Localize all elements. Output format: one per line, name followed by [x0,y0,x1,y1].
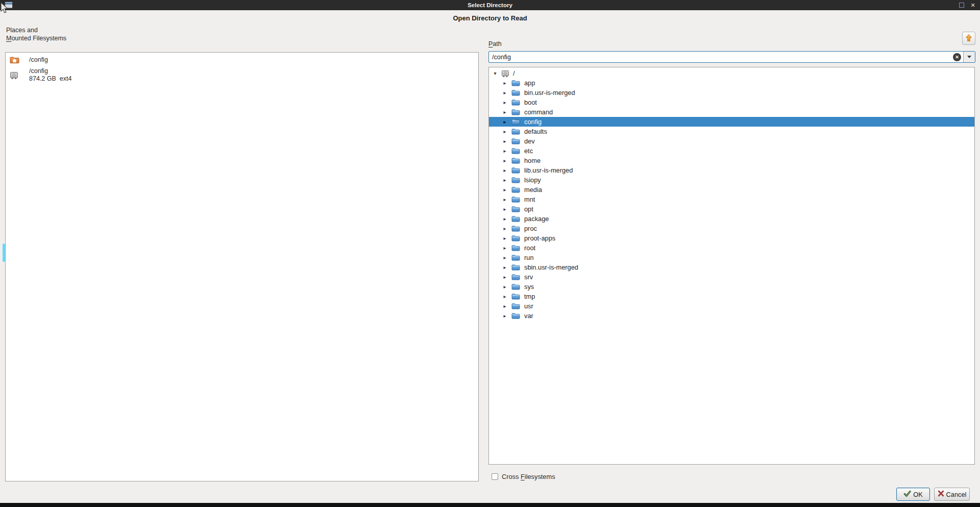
clear-icon[interactable]: ✕ [953,53,961,61]
folder-icon [511,293,520,300]
tree-row-root[interactable]: ▾/ [489,68,974,78]
tree-row-bin.usr-is-merged[interactable]: ▸bin.usr-is-merged [489,88,974,98]
tree-label: mnt [524,196,535,203]
folder-icon [511,89,520,96]
expander-collapsed-icon[interactable]: ▸ [502,301,508,311]
folder-icon [511,245,520,251]
cross-filesystems-option[interactable]: Cross Filesystems [492,472,555,480]
folder-icon [511,264,520,271]
expander-collapsed-icon[interactable]: ▸ [502,156,508,165]
tree-row-var[interactable]: ▸var [489,311,974,321]
harddisk-icon [10,71,23,80]
expander-collapsed-icon[interactable]: ▸ [502,117,508,127]
tree-row-tmp[interactable]: ▸tmp [489,292,974,301]
expander-collapsed-icon[interactable]: ▸ [502,224,508,233]
tree-label: sbin.usr-is-merged [524,263,578,271]
tree-row-mnt[interactable]: ▸mnt [489,195,974,204]
list-item[interactable]: /config874.2 GB ext4 [6,66,478,85]
expander-collapsed-icon[interactable]: ▸ [502,107,508,117]
tree-label: media [524,186,542,194]
tree-row-proc[interactable]: ▸proc [489,224,974,233]
tree-row-package[interactable]: ▸package [489,214,974,224]
expander-collapsed-icon[interactable]: ▸ [502,127,508,136]
expander-collapsed-icon[interactable]: ▸ [502,262,508,272]
directory-tree: ▾/▸app▸bin.usr-is-merged▸boot▸command▸co… [488,67,975,465]
drive-icon [501,69,509,78]
expander-expanded-icon[interactable]: ▾ [492,68,498,78]
page-title: Open Directory to Read [0,14,980,22]
place-detail: 874.2 GB ext4 [29,75,71,83]
tree-row-dev[interactable]: ▸dev [489,136,974,146]
cross-filesystems-checkbox[interactable] [492,473,498,480]
places-label: Places and Mounted Filesystems [6,26,66,42]
select-directory-dialog: Select Directory ✕ Open Directory to Rea… [0,0,980,507]
place-name: /config [29,56,48,64]
tree-row-root[interactable]: ▸root [489,243,974,253]
scroll-indicator[interactable] [3,244,5,262]
tree-row-run[interactable]: ▸run [489,253,974,262]
expander-collapsed-icon[interactable]: ▸ [502,292,508,301]
tree-row-app[interactable]: ▸app [489,78,974,88]
tree-label: lib.usr-is-merged [524,166,573,174]
expander-collapsed-icon[interactable]: ▸ [502,311,508,321]
tree-label: sys [524,283,534,291]
up-arrow-icon [965,34,972,43]
path-dropdown-button[interactable] [963,52,975,62]
expander-collapsed-icon[interactable]: ▸ [502,214,508,224]
window-title: Select Directory [0,0,980,10]
tree-label: opt [524,205,533,213]
expander-collapsed-icon[interactable]: ▸ [502,233,508,243]
expander-collapsed-icon[interactable]: ▸ [502,136,508,146]
expander-collapsed-icon[interactable]: ▸ [502,204,508,214]
expander-collapsed-icon[interactable]: ▸ [502,195,508,204]
places-label-mnemonic: M [6,35,11,42]
path-label-rest: ath [493,40,501,47]
expander-collapsed-icon[interactable]: ▸ [502,165,508,175]
tree-row-defaults[interactable]: ▸defaults [489,127,974,136]
tree-label: srv [524,273,533,281]
places-list: /config/config874.2 GB ext4 [5,52,479,481]
tree-row-usr[interactable]: ▸usr [489,301,974,311]
tree-row-opt[interactable]: ▸opt [489,204,974,214]
tree-label: package [524,215,549,223]
folder-icon [511,274,520,280]
ok-button[interactable]: OK [896,488,930,501]
tree-label: proc [524,225,537,232]
expander-collapsed-icon[interactable]: ▸ [502,175,508,185]
maximize-icon[interactable] [959,3,964,8]
tree-row-etc[interactable]: ▸etc [489,146,974,156]
tree-row-command[interactable]: ▸command [489,107,974,117]
expander-collapsed-icon[interactable]: ▸ [502,243,508,253]
expander-collapsed-icon[interactable]: ▸ [502,282,508,292]
tree-label: proot-apps [524,234,555,242]
tree-label: home [524,157,541,164]
folder-icon [511,167,520,174]
expander-collapsed-icon[interactable]: ▸ [502,78,508,88]
close-icon[interactable]: ✕ [969,1,977,9]
expander-collapsed-icon[interactable]: ▸ [502,185,508,195]
mouse-cursor [0,2,8,16]
tree-label: defaults [524,128,547,135]
expander-collapsed-icon[interactable]: ▸ [502,146,508,156]
tree-row-boot[interactable]: ▸boot [489,98,974,107]
tree-row-lsiopy[interactable]: ▸lsiopy [489,175,974,185]
tree-row-sbin.usr-is-merged[interactable]: ▸sbin.usr-is-merged [489,262,974,272]
go-up-button[interactable] [962,32,975,45]
tree-label: app [524,79,535,87]
tree-row-lib.usr-is-merged[interactable]: ▸lib.usr-is-merged [489,165,974,175]
folder-icon [511,225,520,232]
expander-collapsed-icon[interactable]: ▸ [502,272,508,282]
tree-row-proot-apps[interactable]: ▸proot-apps [489,233,974,243]
expander-collapsed-icon[interactable]: ▸ [502,88,508,98]
tree-row-media[interactable]: ▸media [489,185,974,195]
tree-row-srv[interactable]: ▸srv [489,272,974,282]
tree-row-sys[interactable]: ▸sys [489,282,974,292]
expander-collapsed-icon[interactable]: ▸ [502,98,508,107]
tree-row-config[interactable]: ▸config [489,117,974,127]
expander-collapsed-icon[interactable]: ▸ [502,253,508,262]
path-input[interactable] [489,52,953,62]
tree-row-home[interactable]: ▸home [489,156,974,165]
titlebar: Select Directory ✕ [0,0,980,10]
cancel-button[interactable]: Cancel [934,488,970,501]
list-item[interactable]: /config [6,55,478,66]
